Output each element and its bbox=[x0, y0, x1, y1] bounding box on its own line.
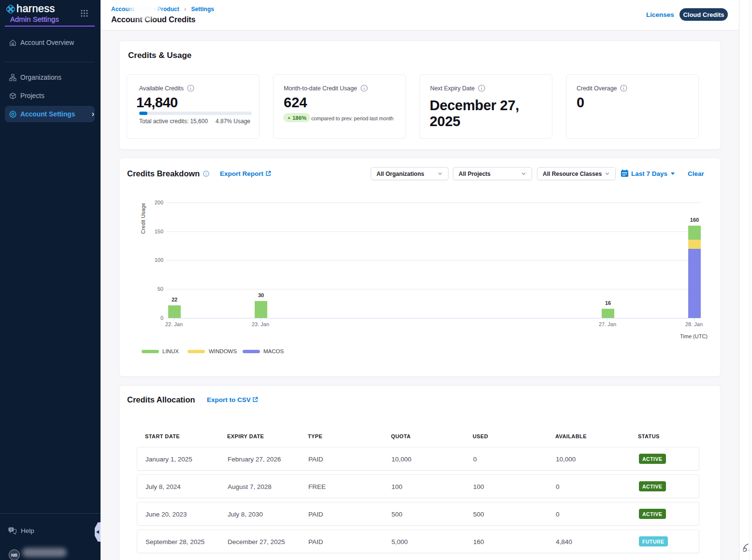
svg-text:?: ? bbox=[10, 527, 13, 531]
